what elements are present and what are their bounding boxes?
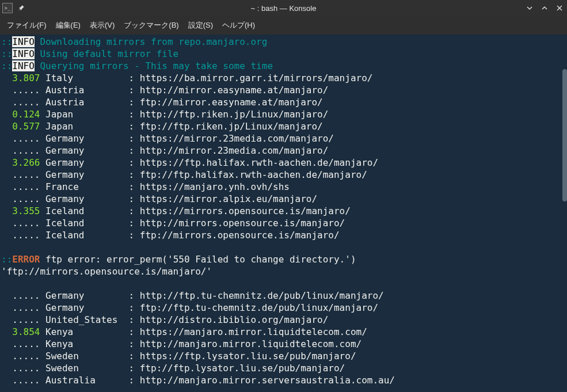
menu-settings[interactable]: 設定(S) xyxy=(184,18,218,33)
maximize-button[interactable] xyxy=(539,3,550,13)
pin-icon[interactable] xyxy=(16,3,26,13)
titlebar-left: >_ xyxy=(2,3,26,13)
menu-file[interactable]: ファイル(F) xyxy=(2,18,51,33)
minimize-button[interactable] xyxy=(524,3,535,13)
scrollbar[interactable] xyxy=(562,69,567,392)
menubar: ファイル(F) 編集(E) 表示(V) ブックマーク(B) 設定(S) ヘルプ(… xyxy=(0,16,567,35)
titlebar-controls xyxy=(524,3,565,13)
scrollbar-thumb[interactable] xyxy=(562,69,567,201)
menu-edit[interactable]: 編集(E) xyxy=(51,18,85,33)
app-icon: >_ xyxy=(2,3,13,13)
close-button[interactable] xyxy=(554,3,565,13)
menu-view[interactable]: 表示(V) xyxy=(85,18,119,33)
menu-help[interactable]: ヘルプ(H) xyxy=(218,18,260,33)
window-title: ~ : bash — Konsole xyxy=(251,4,317,13)
menu-bookmarks[interactable]: ブックマーク(B) xyxy=(119,18,183,33)
titlebar: >_ ~ : bash — Konsole xyxy=(0,0,567,16)
terminal-output[interactable]: ::INFO Downloading mirrors from repo.man… xyxy=(0,35,567,392)
